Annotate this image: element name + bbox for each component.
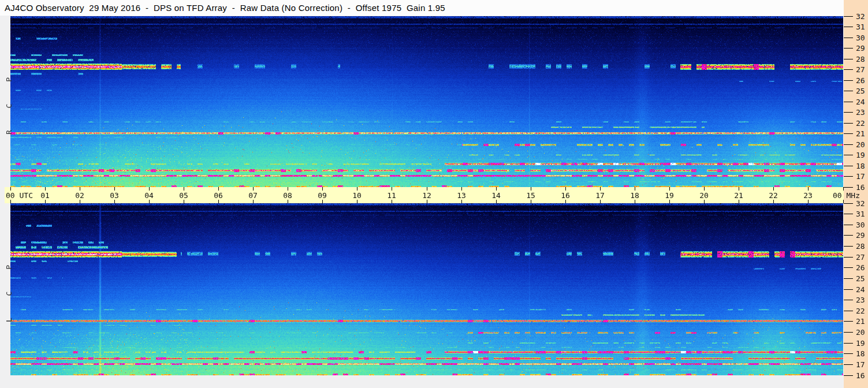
freq-label: 19	[856, 339, 865, 348]
freq-label: 29	[856, 231, 865, 240]
freq-tick	[844, 257, 853, 258]
freq-label: 23	[856, 296, 865, 304]
freq-label: 29	[856, 44, 865, 53]
time-label: 16	[561, 191, 570, 200]
freq-label: 18	[856, 349, 865, 358]
time-tick	[322, 187, 323, 191]
time-tick	[218, 200, 219, 203]
freq-label: 19	[856, 151, 865, 159]
freq-label: 25	[856, 274, 865, 283]
freq-tick	[844, 289, 853, 290]
spectrogram-viewer: { "title": "AJ4CO Observatory 29 May 201…	[0, 0, 868, 388]
time-tick	[669, 200, 670, 203]
time-tick	[565, 187, 566, 191]
time-label: 01	[40, 191, 50, 200]
time-label: 00 UTC	[6, 191, 33, 200]
time-tick	[496, 187, 497, 191]
time-label: 03	[110, 191, 119, 200]
time-label: 06	[214, 191, 223, 200]
time-tick	[114, 200, 115, 203]
time-label: 21	[734, 191, 743, 200]
time-tick	[669, 187, 670, 191]
freq-label: 27	[856, 65, 865, 74]
time-label: 09	[318, 191, 327, 200]
time-label: 08	[283, 191, 292, 200]
freq-tick	[844, 133, 853, 134]
freq-tick	[844, 155, 853, 155]
freq-label: 26	[856, 263, 865, 272]
lcp-polarization-label: L C P	[5, 240, 14, 338]
freq-tick	[844, 91, 853, 91]
freq-label: 17	[856, 172, 865, 181]
time-tick	[635, 187, 635, 191]
time-tick	[739, 200, 739, 203]
time-tick	[461, 187, 462, 191]
freq-label: 22	[856, 307, 865, 315]
time-tick	[565, 200, 566, 203]
time-tick	[149, 200, 150, 203]
freq-label: 31	[856, 23, 865, 31]
time-label: 14	[491, 191, 501, 200]
freq-label: 25	[856, 87, 865, 95]
time-label: 07	[248, 191, 258, 200]
freq-tick	[844, 332, 853, 333]
freq-label: 32	[856, 199, 865, 208]
freq-tick	[844, 69, 853, 70]
freq-tick	[844, 321, 853, 322]
freq-tick	[844, 144, 853, 145]
freq-tick	[844, 235, 853, 236]
time-label: 20	[699, 191, 709, 200]
time-tick	[45, 200, 46, 203]
freq-label: 23	[856, 108, 865, 117]
time-label: 22	[769, 191, 778, 200]
freq-label: 18	[856, 162, 865, 170]
freq-tick	[844, 311, 853, 311]
freq-tick	[844, 102, 853, 102]
time-tick	[288, 187, 288, 191]
freq-label: 30	[856, 221, 865, 229]
freq-tick	[844, 112, 853, 113]
time-tick	[600, 200, 601, 203]
time-label: 10	[352, 191, 362, 200]
freq-tick	[844, 375, 853, 376]
freq-tick	[844, 343, 853, 344]
freq-label: 21	[856, 129, 865, 138]
freq-tick	[844, 176, 853, 177]
time-tick	[45, 187, 46, 191]
page-title: AJ4CO Observatory 29 May 2016 - DPS on T…	[5, 3, 445, 13]
time-tick	[600, 187, 601, 191]
time-label: 11	[387, 191, 396, 200]
freq-label: 16	[856, 183, 865, 192]
lcp-spectrogram-canvas	[10, 203, 843, 375]
time-label: 04	[144, 191, 154, 200]
freq-tick	[844, 27, 853, 27]
time-tick	[357, 200, 357, 203]
time-label: 23	[803, 191, 813, 200]
freq-label: 17	[856, 360, 865, 369]
freq-tick	[844, 225, 853, 225]
time-label: 12	[422, 191, 431, 200]
time-tick	[114, 187, 115, 191]
freq-tick	[844, 246, 853, 247]
freq-tick	[844, 80, 853, 81]
time-tick	[739, 187, 739, 191]
freq-label: 20	[856, 140, 865, 149]
freq-label: 27	[856, 253, 865, 262]
time-tick	[808, 187, 809, 191]
freq-tick	[844, 38, 853, 38]
freq-label: 30	[856, 33, 865, 42]
rcp-polarization-label: R C P	[5, 53, 14, 151]
time-tick	[461, 200, 462, 203]
freq-tick	[844, 203, 853, 204]
time-tick	[704, 200, 705, 203]
time-label: 05	[179, 191, 188, 200]
freq-label: 22	[856, 119, 865, 128]
freq-tick	[844, 187, 853, 188]
time-tick	[496, 200, 497, 203]
freq-label: 26	[856, 76, 865, 85]
time-tick	[392, 200, 392, 203]
title-bar: AJ4CO Observatory 29 May 2016 - DPS on T…	[0, 0, 844, 16]
freq-tick	[844, 123, 853, 124]
time-tick	[253, 200, 254, 203]
time-label: 15	[526, 191, 535, 200]
